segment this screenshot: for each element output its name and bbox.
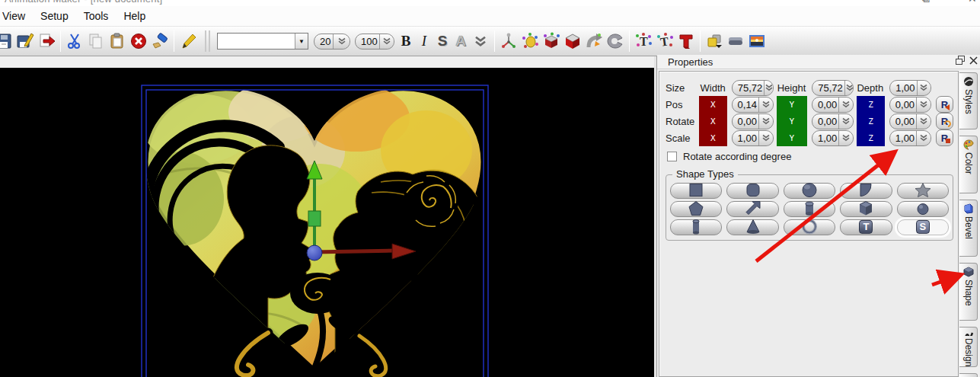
rotate-z-spinner[interactable]: 0,00 [889, 113, 931, 129]
spinner-chevron-icon[interactable] [758, 131, 773, 145]
text-curve-icon[interactable]: T [654, 30, 675, 53]
pos-y-spinner[interactable]: 0,00 [812, 97, 854, 113]
pos-x-spinner[interactable]: 0,14 [732, 97, 774, 113]
depth-spinner[interactable]: 1,00 [889, 80, 931, 96]
delete-icon[interactable] [128, 30, 149, 53]
rotate-degree-label: Rotate according degree [683, 151, 791, 162]
spinner-chevron-icon[interactable] [758, 97, 773, 112]
shape-button-star[interactable] [897, 183, 949, 199]
tab-partial[interactable] [959, 373, 978, 377]
scale-z-spinner[interactable]: 1,00 [889, 130, 931, 146]
text-3d-icon[interactable] [675, 30, 697, 53]
rotate-x-spinner[interactable]: 0,00 [732, 113, 774, 129]
canvas-viewport[interactable] [0, 68, 654, 377]
pos-reset-button[interactable]: R [936, 96, 953, 113]
paste-icon[interactable] [107, 30, 128, 53]
pos-z-spinner[interactable]: 0,00 [889, 97, 931, 113]
beam-icon[interactable] [725, 30, 746, 53]
italic-button[interactable]: I [415, 30, 433, 52]
shape-button-pie[interactable] [840, 183, 892, 199]
cut-icon[interactable] [64, 30, 85, 53]
rotate-degree-checkbox[interactable] [667, 152, 677, 161]
rotate-y-spinner[interactable]: 0,00 [812, 113, 854, 129]
svg-text:T: T [640, 35, 648, 48]
shape-button-square[interactable] [670, 183, 722, 199]
shape-button-shape[interactable]: S [897, 219, 949, 235]
dock-close-icon[interactable] [969, 56, 978, 65]
circular-cut-icon[interactable] [605, 30, 626, 53]
scale-x-spinner[interactable]: 1,00 [732, 130, 774, 146]
shape-button-sphere[interactable] [784, 183, 835, 199]
pencil-icon[interactable] [177, 30, 199, 53]
spinner-chevron-icon[interactable] [916, 114, 931, 129]
spinner-chevron-icon[interactable] [379, 34, 394, 49]
spinner-chevron-icon[interactable] [838, 131, 853, 145]
save-as-icon[interactable] [14, 30, 36, 53]
menu-tools[interactable]: Tools [76, 8, 117, 24]
spinner-chevron-icon[interactable] [916, 131, 931, 145]
scale-reset-button[interactable]: R [936, 129, 953, 146]
shape-button-arrow[interactable] [726, 201, 778, 217]
gizmo-y-handle[interactable] [308, 211, 321, 226]
shadow-button[interactable]: S [433, 30, 452, 52]
font-size-spinner[interactable]: 20 [314, 34, 350, 50]
spinner-chevron-icon[interactable] [764, 81, 774, 95]
shape-button-ring[interactable] [784, 219, 835, 235]
tab-shape[interactable]: Shape [959, 263, 978, 321]
more-styles-chevron-icon[interactable] [470, 30, 491, 53]
shape-button-text[interactable]: T [840, 219, 892, 235]
spinner-chevron-icon[interactable] [838, 97, 853, 112]
text-node-icon[interactable]: T [633, 30, 654, 53]
shape-button-cylinder[interactable] [784, 201, 835, 217]
shape-button-rounded-square[interactable] [726, 183, 778, 199]
shape-button-cube[interactable] [840, 201, 892, 217]
brush-icon[interactable] [149, 30, 171, 53]
height-spinner[interactable]: 75,72 [812, 80, 854, 96]
deform-node-icon[interactable] [519, 30, 541, 53]
menu-view[interactable]: View [0, 8, 33, 24]
properties-title: Properties [668, 56, 713, 68]
bend-arrow-icon[interactable] [583, 30, 605, 53]
font-family-combo[interactable]: ▼ [217, 33, 308, 50]
percent-spinner[interactable]: 100 [355, 34, 394, 50]
spinner-chevron-icon[interactable] [333, 34, 350, 49]
tab-design[interactable]: Design [959, 327, 978, 367]
combo-dropdown-icon[interactable]: ▼ [295, 34, 308, 49]
spinner-chevron-icon[interactable] [844, 81, 854, 95]
window-close-icon[interactable]: ✕ [968, 0, 977, 5]
deform-cube-icon[interactable] [541, 30, 562, 53]
shape-add-icon[interactable] [704, 30, 725, 53]
rotate-reset-button[interactable]: R [936, 113, 953, 129]
bold-button[interactable]: B [397, 30, 415, 52]
cube-3d-icon[interactable] [562, 30, 583, 53]
copy-icon[interactable] [85, 30, 107, 53]
shape-button-cone[interactable] [726, 219, 778, 235]
canvas-artwork[interactable] [0, 68, 654, 377]
gizmo-origin-handle[interactable] [307, 245, 322, 260]
spinner-chevron-icon[interactable] [916, 97, 931, 112]
spinner-chevron-icon[interactable] [758, 114, 773, 129]
toolbar-grip[interactable] [205, 30, 210, 52]
gizmo-x-axis[interactable] [314, 251, 394, 252]
scale-y-spinner[interactable]: 1,00 [812, 130, 854, 146]
axis-z-badge: Z [857, 96, 885, 113]
menu-setup[interactable]: Setup [33, 8, 76, 24]
export-icon[interactable] [36, 30, 57, 53]
tab-color[interactable]: Color [959, 136, 978, 193]
shape-button-tube[interactable] [670, 219, 722, 235]
canvas-area[interactable] [0, 56, 654, 377]
spinner-chevron-icon[interactable] [917, 81, 931, 95]
background-image-icon[interactable] [746, 30, 768, 53]
dock-float-icon[interactable] [956, 56, 965, 65]
outline-button[interactable]: A [452, 30, 470, 52]
tab-bevel[interactable]: Bevel [959, 200, 978, 257]
shape-button-pentagon[interactable] [670, 201, 722, 217]
window-restore-icon[interactable]: ⧉ [922, 0, 930, 5]
axis-icon[interactable] [498, 30, 519, 53]
shape-button-ball[interactable] [897, 201, 949, 217]
tab-styles[interactable]: Styles [959, 72, 978, 129]
menu-help[interactable]: Help [116, 8, 153, 24]
save-icon[interactable] [0, 30, 14, 53]
width-spinner[interactable]: 75,72 [732, 80, 774, 96]
spinner-chevron-icon[interactable] [838, 114, 853, 129]
